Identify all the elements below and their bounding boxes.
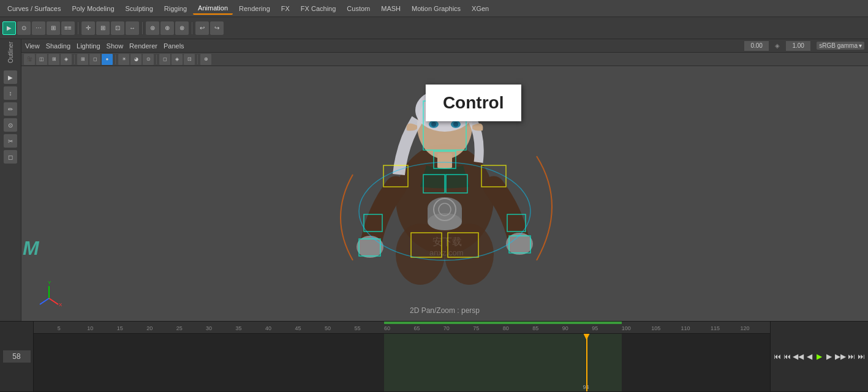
value1-field[interactable]: [744, 41, 769, 51]
sidebar-move-tool[interactable]: ↕: [4, 86, 17, 100]
menu-tab-xgen[interactable]: XGen: [467, 3, 494, 14]
sidebar-lasso-tool[interactable]: ⊙: [4, 118, 17, 132]
vp-snap-icon[interactable]: ⊞: [48, 54, 59, 65]
color-profile-label: sRGB gamma: [819, 42, 858, 49]
menu-tab-custom[interactable]: Custom: [342, 3, 375, 14]
viewport-canvas[interactable]: Control: [21, 66, 868, 321]
ruler-tick-15: 15: [117, 325, 123, 331]
toolbar-play-icon[interactable]: ▶: [2, 21, 16, 35]
vp-ao-icon[interactable]: ⊙: [143, 54, 154, 65]
vp-box-icon[interactable]: ◻: [159, 54, 170, 65]
vp-film-icon[interactable]: ◫: [36, 54, 47, 65]
menu-tab-curves[interactable]: Curves / Surfaces: [2, 3, 66, 14]
menu-tab-animation[interactable]: Animation: [193, 2, 233, 15]
toolbar-snap2-icon[interactable]: ⊕: [160, 21, 174, 35]
shading-menu[interactable]: Shading: [46, 42, 70, 50]
skip-to-end-btn[interactable]: ⏭: [857, 351, 866, 362]
lighting-menu[interactable]: Lighting: [77, 42, 100, 50]
menu-tab-rigging[interactable]: Rigging: [159, 3, 192, 14]
menu-tab-sculpting[interactable]: Sculpting: [121, 3, 158, 14]
svg-text:anxz.com: anxz.com: [429, 248, 464, 257]
svg-point-6: [453, 122, 458, 127]
sidebar-box-tool[interactable]: ◻: [4, 150, 17, 164]
ruler-tick-10: 10: [87, 325, 93, 331]
dropdown-arrow-icon: ▾: [859, 42, 862, 49]
toolbar-scale-icon[interactable]: ⊡: [111, 21, 124, 35]
sidebar-paint-tool[interactable]: ✏: [4, 102, 17, 116]
menu-tab-fx[interactable]: FX: [276, 3, 295, 14]
vp-light-icon[interactable]: ☀: [118, 54, 129, 65]
sidebar-cut-tool[interactable]: ✂: [4, 134, 17, 148]
step-back-btn[interactable]: ⏮: [783, 351, 791, 362]
timeline-main[interactable]: 5101520253035404550556065707580859095100…: [34, 322, 770, 391]
next-btn[interactable]: ▶: [825, 351, 834, 362]
vp-sep1: [74, 55, 75, 64]
ruler-tick-35: 35: [236, 325, 242, 331]
play-controls: ⏮ ⏮ ◀◀ ◀ ▶ ▶ ▶▶ ⏭ ⏭: [770, 322, 868, 391]
toolbar-snap-section: ⊛ ⊕ ⊗: [146, 21, 189, 35]
menu-tab-fx-caching[interactable]: FX Caching: [296, 3, 341, 14]
timeline-playhead[interactable]: [586, 334, 587, 391]
current-frame-display[interactable]: [3, 350, 31, 363]
toolbar-history-section: ↩ ↪: [195, 21, 224, 35]
ruler-tick-80: 80: [503, 325, 509, 331]
menu-tab-mash[interactable]: MASH: [376, 3, 406, 14]
toolbar-snap-icon[interactable]: ⊛: [146, 21, 159, 35]
view-menu[interactable]: View: [25, 42, 40, 50]
ruler-tick-120: 120: [741, 325, 750, 331]
ruler-tick-110: 110: [681, 325, 690, 331]
menu-tab-rendering[interactable]: Rendering: [234, 3, 275, 14]
ruler-tick-55: 55: [354, 325, 360, 331]
top-menubar: Curves / Surfaces Poly Modeling Sculptin…: [0, 0, 868, 17]
vp-shade-icon[interactable]: ●: [102, 54, 113, 65]
vp-grid-icon[interactable]: ⊞: [77, 54, 88, 65]
toolbar-dots-icon[interactable]: ⋯: [32, 21, 45, 35]
value2-field[interactable]: [786, 41, 810, 51]
svg-text:X: X: [59, 302, 62, 307]
toolbar-anim-icon[interactable]: ≡≡: [61, 21, 75, 35]
toolbar-playback-section: ▶ ⊙ ⋯ ⊞ ≡≡: [2, 21, 75, 35]
menu-tab-motion-graphics[interactable]: Motion Graphics: [407, 3, 466, 14]
ruler-tick-20: 20: [146, 325, 153, 331]
main-toolbar: ▶ ⊙ ⋯ ⊞ ≡≡ ✛ ⊞ ⊡ ↔ ⊛ ⊕ ⊗ ↩ ↪: [0, 17, 868, 39]
toolbar-keys2-icon[interactable]: ⊞: [47, 21, 60, 35]
toolbar-transform2-icon[interactable]: ↔: [126, 21, 139, 35]
show-menu[interactable]: Show: [107, 42, 124, 50]
play-btn[interactable]: ▶: [815, 351, 823, 362]
toolbar-history-icon[interactable]: ↩: [195, 21, 209, 35]
ruler-tick-70: 70: [443, 325, 450, 331]
prev-btn[interactable]: ◀: [805, 351, 813, 362]
ruler-tick-50: 50: [325, 325, 331, 331]
vp-sep2: [115, 55, 116, 64]
svg-point-5: [431, 122, 436, 127]
vp-wire-icon[interactable]: ◻: [89, 54, 100, 65]
toolbar-redo-icon[interactable]: ↪: [210, 21, 224, 35]
skip-to-start-btn[interactable]: ⏮: [773, 351, 782, 362]
vp-hud-icon[interactable]: ⊕: [200, 54, 211, 65]
renderer-menu[interactable]: Renderer: [129, 42, 157, 50]
color-profile-dropdown[interactable]: sRGB gamma ▾: [817, 42, 864, 50]
vp-smooth-icon[interactable]: ◈: [172, 54, 183, 65]
sidebar-select-tool[interactable]: ▶: [4, 70, 17, 84]
toolbar-snap3-icon[interactable]: ⊗: [175, 21, 189, 35]
vp-camera-icon[interactable]: 🎥: [24, 54, 35, 65]
prev-frame-btn[interactable]: ◀◀: [793, 351, 804, 362]
viewport-topbar: View Shading Lighting Show Renderer Pane…: [21, 39, 868, 53]
vp-toon-icon[interactable]: ⊡: [184, 54, 195, 65]
vp-marker-icon[interactable]: ◈: [61, 54, 72, 65]
left-sidebar: Outliner ▶ ↕ ✏ ⊙ ✂ ◻: [0, 39, 21, 321]
ruler-tick-105: 105: [651, 325, 660, 331]
ruler-tick-30: 30: [206, 325, 212, 331]
step-forward-btn[interactable]: ⏭: [847, 351, 856, 362]
toolbar-rotate-icon[interactable]: ⊞: [96, 21, 110, 35]
timeline-tracks[interactable]: 94: [34, 334, 770, 391]
toolbar-keys-icon[interactable]: ⊙: [17, 21, 31, 35]
vp-shadow-icon[interactable]: ◕: [130, 54, 142, 65]
separator-3: [192, 22, 192, 34]
toolbar-move-icon[interactable]: ✛: [81, 21, 95, 35]
next-frame-btn[interactable]: ▶▶: [835, 351, 846, 362]
panels-menu[interactable]: Panels: [164, 42, 184, 50]
svg-text:安下载: 安下载: [432, 236, 462, 247]
toolbar-transform-section: ✛ ⊞ ⊡ ↔: [81, 21, 139, 35]
menu-tab-poly[interactable]: Poly Modeling: [67, 3, 119, 14]
